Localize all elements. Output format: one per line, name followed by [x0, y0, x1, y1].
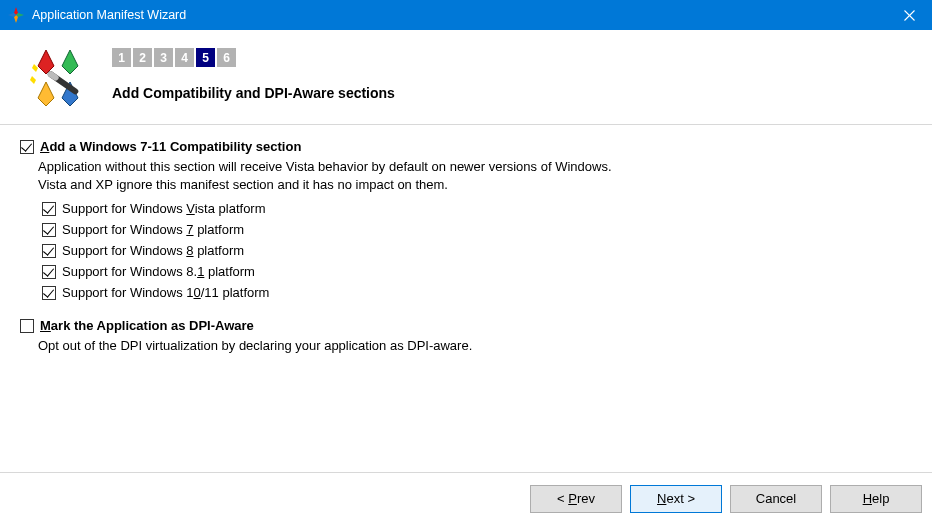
platform-label[interactable]: Support for Windows 7 platform: [62, 222, 244, 237]
platform-checkbox[interactable]: [42, 265, 56, 279]
platform-checkbox-row: Support for Windows 7 platform: [42, 222, 906, 237]
platform-label[interactable]: Support for Windows 8 platform: [62, 243, 244, 258]
wizard-heading: Add Compatibility and DPI-Aware sections: [112, 85, 906, 101]
platform-label[interactable]: Support for Windows 8.1 platform: [62, 264, 255, 279]
compat-label[interactable]: Add a Windows 7-11 Compatibility section: [40, 139, 301, 154]
platform-label[interactable]: Support for Windows 10/11 platform: [62, 285, 269, 300]
help-button[interactable]: Help: [830, 485, 922, 513]
window-title: Application Manifest Wizard: [32, 8, 886, 22]
dpi-label[interactable]: Mark the Application as DPI-Aware: [40, 318, 254, 333]
svg-marker-8: [38, 82, 54, 106]
platform-checkbox[interactable]: [42, 244, 56, 258]
next-button[interactable]: Next >: [630, 485, 722, 513]
platform-checkbox[interactable]: [42, 286, 56, 300]
wizard-body: Add a Windows 7-11 Compatibility section…: [0, 125, 932, 472]
dpi-description: Opt out of the DPI virtualization by dec…: [38, 337, 906, 355]
platform-checkbox[interactable]: [42, 202, 56, 216]
svg-marker-6: [38, 50, 54, 74]
step-cell-4: 4: [175, 48, 194, 67]
app-icon: [8, 7, 24, 23]
dpi-group: Mark the Application as DPI-Aware Opt ou…: [20, 318, 906, 355]
svg-marker-11: [30, 76, 36, 84]
cancel-button[interactable]: Cancel: [730, 485, 822, 513]
compat-description: Application without this section will re…: [38, 158, 906, 193]
content-area: 123456 Add Compatibility and DPI-Aware s…: [0, 30, 932, 524]
compat-platform-list: Support for Windows Vista platformSuppor…: [42, 201, 906, 300]
close-button[interactable]: [886, 0, 932, 30]
wizard-header: 123456 Add Compatibility and DPI-Aware s…: [0, 30, 932, 125]
prev-button[interactable]: < Prev: [530, 485, 622, 513]
wizard-logo-icon: [26, 46, 90, 110]
compat-checkbox[interactable]: [20, 140, 34, 154]
svg-marker-10: [32, 64, 38, 72]
svg-marker-7: [62, 50, 78, 74]
platform-checkbox-row: Support for Windows 8 platform: [42, 243, 906, 258]
platform-checkbox-row: Support for Windows Vista platform: [42, 201, 906, 216]
step-cell-1: 1: [112, 48, 131, 67]
step-indicator: 123456: [112, 48, 906, 67]
step-cell-2: 2: [133, 48, 152, 67]
step-cell-6: 6: [217, 48, 236, 67]
dpi-checkbox[interactable]: [20, 319, 34, 333]
step-cell-5: 5: [196, 48, 215, 67]
step-cell-3: 3: [154, 48, 173, 67]
platform-checkbox[interactable]: [42, 223, 56, 237]
platform-checkbox-row: Support for Windows 8.1 platform: [42, 264, 906, 279]
platform-checkbox-row: Support for Windows 10/11 platform: [42, 285, 906, 300]
title-bar: Application Manifest Wizard: [0, 0, 932, 30]
wizard-footer: < Prev Next > Cancel Help: [0, 472, 932, 524]
compatibility-group: Add a Windows 7-11 Compatibility section…: [20, 139, 906, 300]
platform-label[interactable]: Support for Windows Vista platform: [62, 201, 266, 216]
